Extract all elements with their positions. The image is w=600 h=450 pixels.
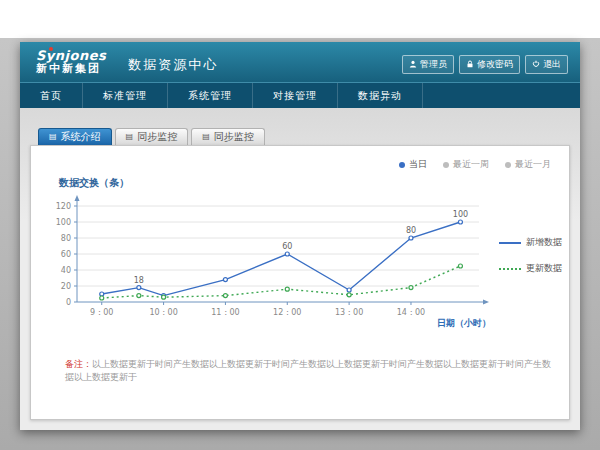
range-filter-label: 最近一月 (515, 158, 551, 171)
tab-sync-monitor-1[interactable]: ▤ 同步监控 (115, 128, 189, 145)
logout-button[interactable]: 退出 (525, 55, 568, 74)
nav-item-standard-mgmt[interactable]: 标准管理 (83, 83, 168, 108)
content-area: ▤ 系统介绍 ▤ 同步监控 ▤ 同步监控 当日 (20, 108, 580, 430)
svg-text:60: 60 (61, 250, 71, 259)
footnote-text: 以上数据更新于时间产生数据以上数据更新于时间产生数据以上数据更新于时间产生数据以… (65, 359, 551, 382)
legend-label: 新增数据 (526, 236, 562, 249)
logout-label: 退出 (543, 58, 561, 71)
user-icon (409, 60, 417, 70)
line-sample-icon (499, 242, 521, 244)
radio-dot-icon (443, 162, 449, 168)
change-password-label: 修改密码 (477, 58, 513, 71)
legend-label: 更新数据 (526, 262, 562, 275)
nav-item-data-change[interactable]: 数据异动 (338, 83, 423, 108)
svg-text:0: 0 (66, 298, 71, 307)
range-filter-last-month[interactable]: 最近一月 (505, 158, 551, 171)
svg-text:18: 18 (134, 276, 144, 285)
svg-text:11：00: 11：00 (211, 308, 239, 317)
nav-item-system-mgmt[interactable]: 系统管理 (168, 83, 253, 108)
lock-icon (466, 60, 474, 70)
legend-new-data[interactable]: 新增数据 (499, 236, 562, 249)
app-header: Synjones 新中新集团 数据资源中心 管理员 修改密码 (20, 42, 580, 82)
admin-user-label: 管理员 (420, 58, 447, 71)
radio-dot-icon (399, 162, 405, 168)
range-filter-today[interactable]: 当日 (399, 158, 427, 171)
document-icon: ▤ (202, 133, 210, 141)
page-title: 数据资源中心 (128, 51, 218, 74)
svg-text:12：00: 12：00 (273, 308, 301, 317)
brand-logo-text: Synjones (36, 49, 106, 63)
power-icon (532, 60, 540, 70)
series-legend: 新增数据 更新数据 (499, 236, 562, 275)
logo-flame-icon (49, 47, 53, 51)
document-icon: ▤ (126, 133, 134, 141)
main-nav: 首页 标准管理 系统管理 对接管理 数据异动 (20, 82, 580, 108)
range-filter-last-week[interactable]: 最近一周 (443, 158, 489, 171)
app-window: Synjones 新中新集团 数据资源中心 管理员 修改密码 (20, 42, 580, 430)
range-filter-label: 当日 (409, 158, 427, 171)
svg-text:100: 100 (453, 210, 468, 219)
footnote-label: 备注： (65, 359, 92, 369)
header-actions: 管理员 修改密码 退出 (402, 55, 568, 74)
svg-text:40: 40 (61, 266, 71, 275)
svg-text:80: 80 (61, 234, 71, 243)
svg-text:60: 60 (282, 242, 292, 251)
line-sample-icon (499, 268, 521, 270)
data-exchange-line-chart: 0204060801001209：0010：0011：0012：0013：001… (37, 192, 493, 332)
document-icon: ▤ (49, 133, 57, 141)
brand-logo: Synjones 新中新集团 (36, 49, 106, 75)
footnote: 备注：以上数据更新于时间产生数据以上数据更新于时间产生数据以上数据更新于时间产生… (65, 358, 551, 384)
range-filter-legend: 当日 最近一周 最近一月 (399, 158, 551, 171)
tab-system-intro[interactable]: ▤ 系统介绍 (38, 128, 112, 145)
svg-text:120: 120 (56, 202, 71, 211)
chart-panel: 当日 最近一周 最近一月 数据交换（条） 0204060801001209：00… (30, 145, 570, 420)
chart-y-axis-title: 数据交换（条） (59, 176, 129, 190)
brand-logo-subtext: 新中新集团 (36, 63, 106, 75)
tab-label: 同步监控 (214, 130, 254, 144)
tab-label: 同步监控 (137, 130, 177, 144)
svg-text:14：00: 14：00 (397, 308, 425, 317)
svg-text:80: 80 (406, 226, 416, 235)
tab-label: 系统介绍 (61, 130, 101, 144)
screenshot-canvas: Synjones 新中新集团 数据资源中心 管理员 修改密码 (0, 0, 600, 450)
nav-item-home[interactable]: 首页 (20, 83, 83, 108)
tab-sync-monitor-2[interactable]: ▤ 同步监控 (191, 128, 265, 145)
svg-text:20: 20 (61, 282, 71, 291)
svg-text:日期（小时）: 日期（小时） (437, 318, 491, 328)
svg-text:9：00: 9：00 (90, 308, 113, 317)
nav-item-connect-mgmt[interactable]: 对接管理 (253, 83, 338, 108)
radio-dot-icon (505, 162, 511, 168)
tab-bar: ▤ 系统介绍 ▤ 同步监控 ▤ 同步监控 (38, 128, 265, 145)
range-filter-label: 最近一周 (453, 158, 489, 171)
admin-user-button[interactable]: 管理员 (402, 55, 454, 74)
svg-text:10：00: 10：00 (149, 308, 177, 317)
svg-text:100: 100 (56, 218, 71, 227)
legend-updated-data[interactable]: 更新数据 (499, 262, 562, 275)
svg-text:13：00: 13：00 (335, 308, 363, 317)
change-password-button[interactable]: 修改密码 (459, 55, 520, 74)
